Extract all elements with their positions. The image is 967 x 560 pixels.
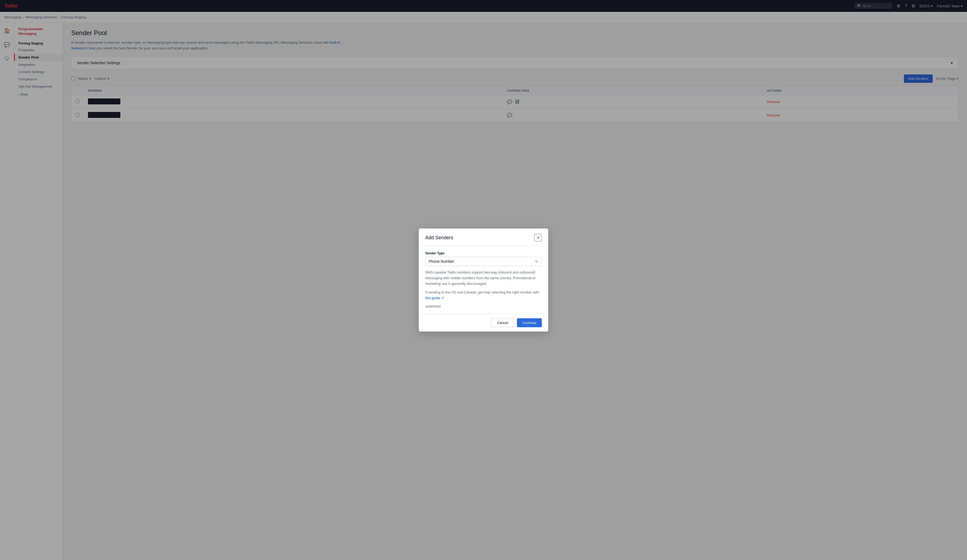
sender-type-description: SMS-capable Twilio numbers support two-w…: [425, 270, 542, 287]
continue-button[interactable]: Continue: [517, 318, 542, 327]
modal-footer: Cancel Continue: [419, 314, 548, 331]
this-guide-link[interactable]: this guide ↗: [425, 296, 444, 300]
sender-type-select[interactable]: Phone Number Short Code Alphanumeric Sen…: [425, 257, 542, 266]
guide-text: If sending to the US and Canada, get hel…: [425, 290, 542, 301]
sender-type-label: Sender Type: [425, 251, 542, 255]
cancel-button[interactable]: Cancel: [491, 318, 513, 327]
add-senders-modal: Add Senders ✕ Sender Type Phone Number S…: [419, 229, 548, 331]
modal-overlay[interactable]: Add Senders ✕ Sender Type Phone Number S…: [0, 0, 967, 560]
modal-title: Add Senders: [425, 235, 453, 240]
modal-header: Add Senders ✕: [419, 229, 548, 246]
undefined-text: undefined: [425, 304, 542, 308]
modal-body: Sender Type Phone Number Short Code Alph…: [419, 246, 548, 314]
close-icon: ✕: [536, 235, 540, 240]
modal-close-button[interactable]: ✕: [534, 234, 542, 241]
